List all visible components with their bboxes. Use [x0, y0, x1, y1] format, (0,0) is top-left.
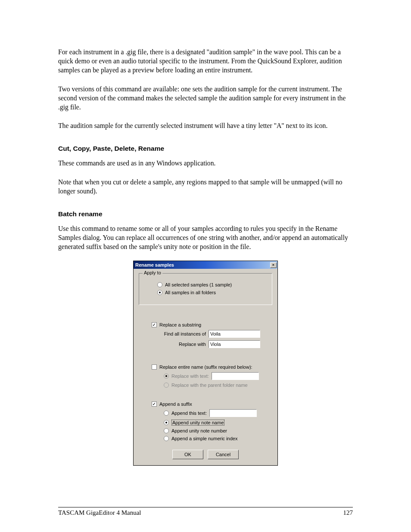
radio-label: Append unity note name	[171, 420, 224, 426]
replace-with-parent-row: Replace with the parent folder name	[164, 383, 272, 388]
apply-to-selected-row[interactable]: All selected samples (1 sample)	[157, 282, 267, 287]
checkbox-icon[interactable]	[152, 364, 157, 370]
checkbox-label: Replace entire name (suffix required bel…	[159, 364, 252, 370]
paragraph: These commands are used as in any Window…	[58, 159, 353, 168]
find-input[interactable]	[209, 330, 260, 338]
paragraph: Two versions of this command are availab…	[58, 84, 353, 112]
cancel-button[interactable]: Cancel	[208, 450, 239, 459]
replace-with-row: Replace with	[163, 340, 272, 348]
replace-substring-row[interactable]: Replace a substring	[152, 322, 272, 327]
replace-input[interactable]	[209, 340, 260, 348]
radio-icon[interactable]	[164, 420, 169, 425]
append-index-row[interactable]: Append a simple numeric index	[164, 436, 272, 441]
footer-left: TASCAM GigaEditor 4 Manual	[58, 509, 141, 516]
radio-icon	[164, 373, 169, 379]
dialog-body: Apply to All selected samples (1 sample)…	[134, 269, 277, 465]
radio-icon[interactable]	[164, 428, 169, 433]
field-label: Replace with	[163, 342, 206, 347]
apply-to-all-row[interactable]: All samples in all folders	[157, 290, 267, 295]
apply-to-group: Apply to All selected samples (1 sample)…	[139, 273, 272, 305]
append-text-row[interactable]: Append this text:	[164, 409, 272, 417]
checkbox-icon[interactable]	[152, 322, 157, 327]
append-text-input[interactable]	[209, 409, 257, 417]
close-icon[interactable]: ×	[270, 262, 277, 268]
dialog-buttons: OK Cancel	[139, 450, 272, 459]
apply-to-legend: Apply to	[143, 270, 162, 275]
page-content: For each instrument in a .gig file, ther…	[58, 47, 353, 466]
field-label: Find all instances of	[163, 331, 206, 336]
replace-entire-text-input	[212, 372, 259, 380]
radio-icon[interactable]	[164, 411, 169, 416]
replace-entire-row[interactable]: Replace entire name (suffix required bel…	[152, 364, 272, 370]
radio-icon[interactable]	[164, 436, 169, 441]
radio-label: All selected samples (1 sample)	[165, 282, 232, 287]
checkbox-icon[interactable]	[152, 401, 157, 407]
dialog-title: Rename samples	[135, 262, 174, 268]
paragraph: The audition sample for the currently se…	[58, 121, 353, 130]
find-instances-row: Find all instances of	[163, 330, 272, 338]
rename-samples-dialog: Rename samples × Apply to All selected s…	[133, 261, 278, 466]
radio-label: All samples in all folders	[165, 290, 216, 295]
paragraph: Note that when you cut or delete a sampl…	[58, 177, 353, 196]
append-suffix-row[interactable]: Append a suffix	[152, 401, 272, 407]
dialog-titlebar[interactable]: Rename samples ×	[134, 261, 277, 269]
paragraph: For each instrument in a .gig file, ther…	[58, 47, 353, 75]
radio-label: Append a simple numeric index	[171, 436, 237, 441]
paragraph: Use this command to rename some or all o…	[58, 224, 353, 252]
radio-icon	[164, 383, 169, 388]
radio-label: Replace with text:	[171, 373, 209, 379]
radio-icon[interactable]	[157, 282, 162, 287]
replace-with-text-row: Replace with text:	[164, 372, 272, 380]
radio-icon[interactable]	[157, 290, 162, 295]
append-note-number-row[interactable]: Append unity note number	[164, 428, 272, 433]
radio-label: Append this text:	[171, 411, 207, 416]
ok-button[interactable]: OK	[172, 450, 203, 459]
checkbox-label: Replace a substring	[159, 322, 201, 327]
heading-batch-rename: Batch rename	[58, 210, 353, 218]
page-number: 127	[343, 509, 353, 516]
checkbox-label: Append a suffix	[159, 401, 192, 407]
radio-label: Replace with the parent folder name	[171, 383, 248, 388]
page-footer: TASCAM GigaEditor 4 Manual 127	[58, 507, 353, 516]
footer-rule	[58, 507, 353, 507]
append-note-name-row[interactable]: Append unity note name	[164, 420, 272, 426]
heading-cut-copy: Cut, Copy, Paste, Delete, Rename	[58, 145, 353, 152]
radio-label: Append unity note number	[171, 428, 227, 433]
